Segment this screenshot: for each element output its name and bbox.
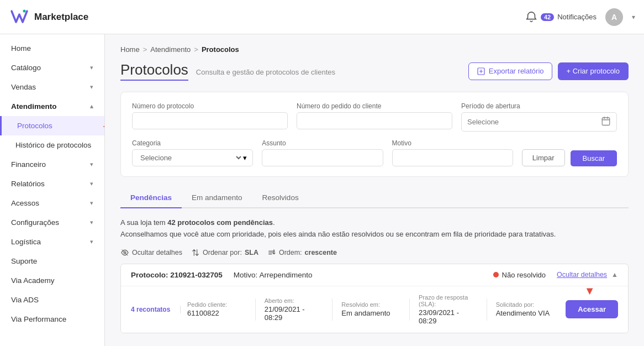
logo-area: Marketplace	[9, 7, 88, 28]
sidebar-item-configuracoes[interactable]: Configurações ▾	[0, 213, 104, 232]
order-number-input[interactable]	[297, 112, 452, 129]
sidebar-item-historico[interactable]: Histórico de protocolos	[0, 135, 104, 155]
col-separator-2	[332, 298, 332, 321]
motive-label: Motivo	[392, 139, 513, 147]
avatar[interactable]: A	[605, 8, 623, 26]
col-separator-1	[255, 298, 256, 321]
sidebar-item-catalogo[interactable]: Catálogo ▾	[0, 58, 104, 77]
sidebar-item-home[interactable]: Home	[0, 39, 104, 58]
sidebar-item-via-ads[interactable]: Via ADS	[0, 290, 104, 310]
sidebar-item-logistica[interactable]: Logística ▾	[0, 232, 104, 251]
breadcrumb-atendimento[interactable]: Atendimento	[150, 45, 191, 54]
info-text: A sua loja tem 42 protocolos com pendênc…	[120, 217, 629, 240]
filter-actions: Limpar Buscar	[522, 139, 617, 166]
chevron-right-icon: ▾	[90, 161, 93, 168]
calendar-icon[interactable]	[601, 116, 611, 128]
protocol-number-input[interactable]	[132, 112, 288, 129]
protocol-status: Não resolvido	[493, 271, 546, 279]
page-header: Protocolos Consulta e gestão de protocol…	[120, 61, 629, 81]
chevron-right-icon: ▾	[90, 219, 93, 226]
tabs: Pendências Em andamento Resolvidos	[120, 188, 629, 208]
chevron-down-icon[interactable]: ▾	[632, 13, 635, 21]
hide-details-link[interactable]: Ocultar detalhes	[557, 271, 607, 279]
order-control[interactable]: Ordem: crescente	[267, 248, 337, 257]
sidebar-item-financeiro[interactable]: Financeiro ▾	[0, 155, 104, 174]
status-dot	[493, 272, 499, 277]
eye-off-icon	[120, 248, 129, 257]
breadcrumb-sep1: >	[143, 45, 147, 54]
chevron-right-icon: ▾	[90, 238, 93, 245]
svg-point-1	[23, 9, 26, 12]
recontatos-badge: 4 recontatos	[131, 306, 181, 313]
arrow-annotation-down: ▼	[584, 285, 595, 297]
sort-icon	[191, 248, 200, 257]
order-by-control[interactable]: Ordenar por: SLA	[191, 248, 258, 257]
sidebar-item-vendas[interactable]: Vendas ▾	[0, 77, 104, 97]
sidebar-item-via-academy[interactable]: Via Academy	[0, 271, 104, 290]
protocol-detail-sla: Prazo de resposta (SLA): 23/09/2021 - 08…	[419, 294, 478, 325]
sidebar-item-atendimento[interactable]: Atendimento ▴	[0, 97, 104, 116]
motive-input[interactable]	[392, 149, 513, 166]
filter-row-1: Número do protocolo Número do pedido do …	[132, 102, 617, 132]
access-button[interactable]: Acessar	[566, 300, 618, 318]
protocol-number-group: Número do protocolo	[132, 102, 288, 132]
protocol-header: Protocolo: 210921-032705 Motivo: Arrepen…	[121, 264, 628, 286]
opening-period-input[interactable]	[467, 118, 601, 126]
chevron-right-icon: ▾	[90, 200, 93, 207]
order-number-group: Número do pedido do cliente	[297, 102, 452, 132]
search-button[interactable]: Buscar	[571, 150, 617, 166]
brand-name: Marketplace	[34, 12, 88, 23]
hide-details-control[interactable]: Ocultar detalhes	[120, 248, 182, 257]
sidebar-item-protocolos[interactable]: Protocolos ◀	[0, 116, 104, 135]
order-icon	[267, 248, 276, 257]
protocol-header-right: Não resolvido Ocultar detalhes ▲	[493, 271, 618, 279]
sidebar-item-relatorios[interactable]: Relatórios ▾	[0, 174, 104, 193]
breadcrumb: Home > Atendimento > Protocolos	[120, 45, 629, 54]
category-select[interactable]: Selecione	[138, 153, 243, 162]
subject-input[interactable]	[262, 149, 383, 166]
export-icon	[477, 67, 485, 76]
chevron-right-icon: ▾	[90, 64, 93, 71]
protocol-detail-aberto: Aberto em: 21/09/2021 - 08:29	[265, 297, 324, 322]
sidebar-item-via-performance[interactable]: Via Performance	[0, 310, 104, 329]
category-label: Categoria	[132, 139, 253, 147]
protocol-number-label: Número do protocolo	[132, 102, 288, 110]
protocol-detail-resolvido: Resolvido em: Em andamento	[341, 301, 400, 317]
topbar-right: 42 Notificações A ▾	[525, 8, 635, 26]
protocol-header-left: Protocolo: 210921-032705 Motivo: Arrepen…	[131, 271, 312, 279]
create-protocol-button[interactable]: + Criar protocolo	[558, 62, 629, 80]
subject-label: Assunto	[262, 139, 383, 147]
opening-period-label: Período de abertura	[461, 102, 617, 110]
sidebar-atendimento-sub: Protocolos ◀ Histórico de protocolos	[0, 116, 104, 155]
notification-area[interactable]: 42 Notificações	[525, 11, 597, 23]
chevron-right-icon: ▾	[90, 83, 93, 91]
export-report-button[interactable]: Exportar relatório	[468, 62, 552, 80]
sidebar: Home Catálogo ▾ Vendas ▾ Atendimento ▴ P…	[0, 34, 105, 346]
main-content: Home > Atendimento > Protocolos Protocol…	[105, 34, 644, 346]
category-group: Categoria Selecione ▾	[132, 139, 253, 166]
category-select-wrap: Selecione ▾	[132, 149, 253, 166]
col-separator-3	[409, 298, 410, 321]
header-actions: Exportar relatório + Criar protocolo	[468, 62, 629, 80]
collapse-icon[interactable]: ▲	[611, 271, 618, 279]
svg-rect-0	[9, 7, 30, 28]
sidebar-item-suporte[interactable]: Suporte	[0, 251, 104, 271]
tab-pendencias[interactable]: Pendências	[120, 188, 182, 208]
topbar: Marketplace 42 Notificações A ▾	[0, 0, 644, 34]
breadcrumb-sep2: >	[194, 45, 198, 54]
notification-label: Notificações	[557, 13, 597, 21]
page-title: Protocolos	[120, 61, 188, 81]
filter-row-2: Categoria Selecione ▾ Assunto Motivo	[132, 139, 617, 166]
protocol-id: Protocolo: 210921-032705	[131, 271, 223, 279]
col-separator-4	[487, 298, 487, 321]
clear-button[interactable]: Limpar	[522, 149, 565, 166]
protocol-detail-pedido: Pedido cliente: 61100822	[187, 301, 246, 317]
sidebar-item-acessos[interactable]: Acessos ▾	[0, 193, 104, 213]
breadcrumb-home[interactable]: Home	[120, 45, 140, 54]
tab-resolvidos[interactable]: Resolvidos	[252, 188, 309, 208]
opening-period-group: Período de abertura	[461, 102, 617, 132]
protocol-detail-solicitado: Solicitado por: Atendimento VIA	[496, 301, 555, 317]
notification-badge: 42	[541, 13, 554, 21]
chevron-up-icon: ▴	[90, 103, 93, 110]
tab-em-andamento[interactable]: Em andamento	[182, 188, 252, 208]
